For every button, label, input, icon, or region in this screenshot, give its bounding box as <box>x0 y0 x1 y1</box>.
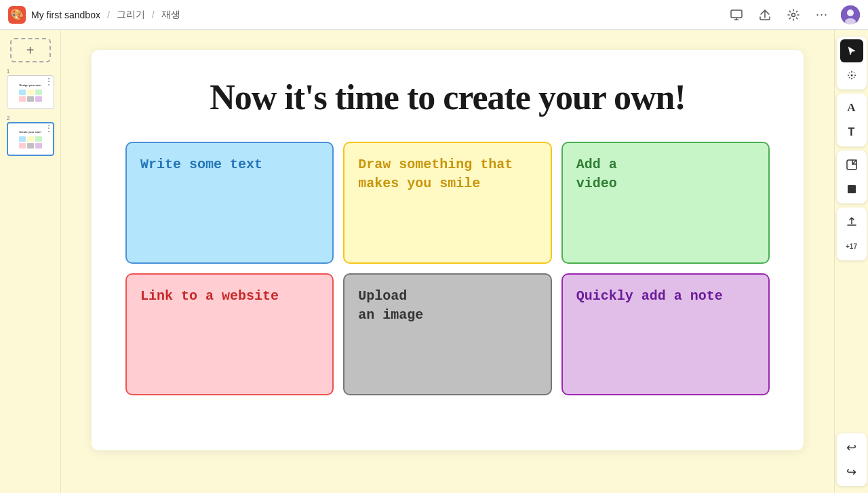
svg-point-5 <box>847 9 854 16</box>
tool-group-history: ↩ ↪ <box>837 433 867 486</box>
more-tools-count: +17 <box>846 243 857 250</box>
slides-panel: + 1 Design your own <box>0 30 61 493</box>
svg-point-7 <box>850 75 852 77</box>
share-icon[interactable] <box>755 5 774 24</box>
more-icon[interactable]: ··· <box>812 5 831 24</box>
slide-title: Now it's time to create your own! <box>125 77 770 117</box>
card-upload-image[interactable]: Upload an image <box>343 273 551 395</box>
settings-icon[interactable] <box>784 5 803 24</box>
card-add-note[interactable]: Quickly add a note <box>561 273 770 395</box>
app-title: My first sandbox <box>31 9 100 20</box>
cards-grid: Write some text Draw something that make… <box>125 142 770 395</box>
slide-canvas: Now it's time to create your own! Write … <box>92 50 804 450</box>
magic-tool[interactable] <box>840 64 863 87</box>
svg-point-3 <box>792 13 795 16</box>
svg-rect-17 <box>848 185 856 193</box>
tool-group-upload: +17 <box>837 208 867 260</box>
svg-point-14 <box>853 73 854 74</box>
text-draw-tool[interactable]: A <box>840 96 863 119</box>
svg-point-9 <box>851 78 852 79</box>
slide-thumb-2[interactable]: 2 Create your own! ⋮ <box>7 115 54 156</box>
svg-point-8 <box>851 71 852 73</box>
right-tools-panel: A T +17 ↩ ↪ <box>834 30 868 493</box>
shape-tool[interactable] <box>840 178 863 201</box>
add-slide-button[interactable]: + <box>10 38 51 62</box>
more-tools-button[interactable]: +17 <box>840 235 863 258</box>
card-draw-label: Draw something that makes you smile <box>358 157 513 191</box>
card-write-text[interactable]: Write some text <box>125 142 334 264</box>
slide-thumb-1[interactable]: 1 Design your own ⋮ <box>7 68 54 109</box>
topbar: 🎨 My first sandbox / 그리기 / 재생 ··· <box>0 0 868 30</box>
tool-group-text: A T <box>837 94 867 146</box>
svg-point-11 <box>854 75 856 76</box>
card-write-text-label: Write some text <box>140 157 262 172</box>
card-note-label: Quickly add a note <box>576 288 723 304</box>
card-add-video-label: Add a video <box>576 157 617 191</box>
slide-1-menu[interactable]: ⋮ <box>45 77 53 85</box>
sticker-tool[interactable] <box>840 153 863 176</box>
canvas-area: Now it's time to create your own! Write … <box>61 30 834 493</box>
app-logo: 🎨 <box>8 6 26 24</box>
upload-tool[interactable] <box>840 210 863 233</box>
slide-num-2: 2 <box>7 115 54 121</box>
redo-button[interactable]: ↪ <box>840 460 863 484</box>
slide-num-1: 1 <box>7 68 54 75</box>
present-icon[interactable] <box>727 5 746 24</box>
card-add-video[interactable]: Add a video <box>561 142 770 264</box>
mode-play[interactable]: 재생 <box>161 9 180 21</box>
card-link-website[interactable]: Link to a website <box>125 273 334 395</box>
svg-point-12 <box>848 73 850 74</box>
card-draw[interactable]: Draw something that makes you smile <box>343 142 551 264</box>
mode-draw[interactable]: 그리기 <box>117 9 145 21</box>
mode-sep2: / <box>152 9 155 20</box>
slide-2-menu[interactable]: ⋮ <box>45 124 53 132</box>
tool-group-select <box>837 37 867 90</box>
user-avatar[interactable] <box>841 5 860 24</box>
cursor-tool[interactable] <box>840 39 863 62</box>
text-type-tool[interactable]: T <box>840 121 863 144</box>
card-upload-label: Upload an image <box>358 288 423 323</box>
svg-point-10 <box>848 75 849 76</box>
svg-point-15 <box>848 77 850 79</box>
svg-point-13 <box>853 77 854 79</box>
tool-group-shapes <box>837 151 867 203</box>
card-link-label: Link to a website <box>140 288 279 304</box>
svg-rect-0 <box>731 10 742 18</box>
topbar-actions: ··· <box>727 5 860 24</box>
breadcrumb-sep: / <box>107 9 110 20</box>
main-layout: + 1 Design your own <box>0 30 868 493</box>
undo-button[interactable]: ↩ <box>840 436 863 459</box>
